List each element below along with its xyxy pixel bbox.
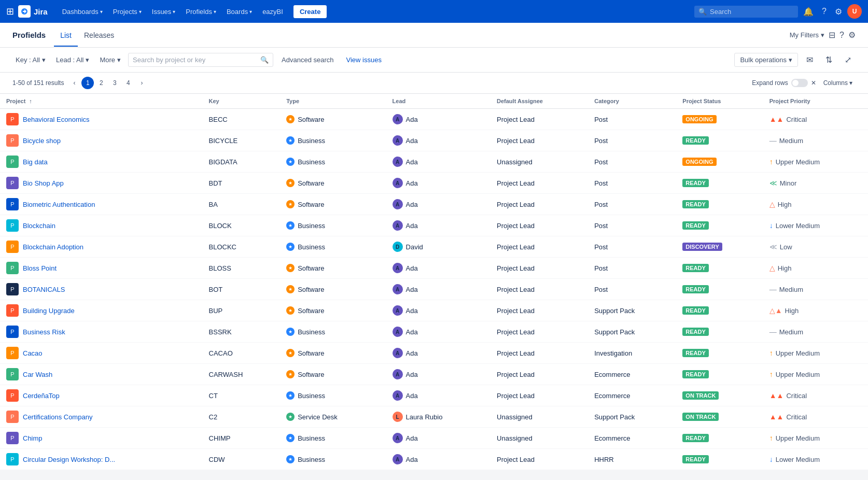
project-link[interactable]: Bio Shop App: [23, 179, 64, 187]
notifications-icon[interactable]: 🔔: [800, 5, 817, 19]
project-type-cell: ★ Software: [280, 173, 386, 194]
results-text: 1-50 of 151 results: [12, 79, 64, 87]
project-link[interactable]: Chimp: [23, 434, 43, 442]
project-link[interactable]: CerdeñaTop: [23, 392, 60, 400]
project-key-cell: BDT: [203, 173, 281, 194]
table-row: P Certifications Company C2 ★ Service De…: [0, 406, 868, 428]
project-category-cell: Post: [588, 194, 676, 215]
project-link[interactable]: Car Wash: [23, 371, 52, 378]
expand-icon[interactable]: ⤢: [841, 53, 856, 67]
help-icon[interactable]: ?: [819, 5, 830, 18]
views-icon[interactable]: ⊟: [829, 30, 835, 40]
eazybi-nav[interactable]: eazyBI: [258, 6, 287, 18]
nav-search[interactable]: 🔍: [694, 6, 798, 18]
priority-label: High: [785, 307, 799, 315]
project-category-cell: Ecommerce: [588, 364, 676, 385]
projects-nav[interactable]: Projects ▾: [109, 6, 146, 18]
key-filter-button[interactable]: Key : All ▾: [12, 54, 49, 66]
dashboards-nav[interactable]: Dashboards ▾: [58, 6, 107, 18]
grid-icon[interactable]: ⊞: [6, 6, 14, 17]
col-project[interactable]: Project ↑: [0, 94, 203, 109]
priority-icon: △▲: [769, 306, 782, 315]
project-search-input[interactable]: [133, 56, 257, 64]
columns-button[interactable]: Columns ▾: [820, 78, 856, 88]
project-icon: P: [6, 134, 19, 147]
project-key-cell: CHIMP: [203, 428, 281, 449]
project-link[interactable]: Certifications Company: [23, 413, 92, 421]
profields-nav[interactable]: Profields ▾: [181, 6, 220, 18]
create-button[interactable]: Create: [293, 5, 327, 18]
lead-filter-button[interactable]: Lead : All ▾: [53, 54, 93, 66]
search-input[interactable]: [710, 8, 788, 16]
project-link[interactable]: Bloss Point: [23, 264, 57, 272]
type-icon: ★: [286, 455, 295, 463]
tab-releases[interactable]: Releases: [78, 24, 120, 47]
project-link[interactable]: Biometric Authentication: [23, 201, 95, 208]
user-avatar[interactable]: U: [847, 4, 862, 19]
prev-page-button[interactable]: ‹: [68, 77, 80, 89]
view-issues-button[interactable]: View issues: [342, 54, 386, 66]
my-filters-button[interactable]: My Filters ▾: [790, 31, 824, 39]
expand-rows-toggle[interactable]: [791, 79, 808, 87]
project-link[interactable]: Building Upgrade: [23, 307, 75, 315]
lead-name: David: [406, 243, 423, 251]
more-filter-button[interactable]: More ▾: [96, 54, 124, 66]
priority-icon: ↓: [769, 221, 773, 230]
logo[interactable]: Jira: [18, 5, 48, 18]
type-label: Software: [298, 286, 324, 293]
type-icon: ★: [286, 158, 295, 166]
expand-rows-label: Expand rows: [752, 79, 788, 87]
project-lead-cell: A Ada: [386, 428, 491, 449]
project-link[interactable]: Behavioral Economics: [23, 116, 90, 123]
project-status-cell: READY: [676, 173, 763, 194]
project-icon: P: [6, 219, 19, 232]
type-icon: ★: [286, 370, 295, 378]
columns-label: Columns: [823, 79, 848, 87]
projects-table: Project ↑ Key Type Lead Default Assignee…: [0, 94, 868, 470]
settings2-icon[interactable]: ⚙: [848, 30, 856, 40]
advanced-search-button[interactable]: Advanced search: [277, 54, 338, 66]
settings-icon[interactable]: ⚙: [832, 5, 845, 19]
tab-list[interactable]: List: [54, 24, 78, 47]
type-icon: ★: [286, 221, 295, 230]
type-label: Business: [298, 222, 325, 230]
type-label: Software: [298, 179, 324, 187]
type-label: Software: [298, 116, 324, 123]
project-link[interactable]: Circular Design Workshop: D...: [23, 456, 115, 463]
project-type-cell: ★ Software: [280, 258, 386, 279]
project-link[interactable]: Bicycle shop: [23, 137, 61, 145]
sort-icon[interactable]: ⇅: [821, 53, 836, 67]
project-link[interactable]: Blockchain Adoption: [23, 243, 83, 251]
project-category-cell: Post: [588, 215, 676, 236]
project-link[interactable]: Business Risk: [23, 328, 65, 336]
status-badge: ONGOING: [682, 115, 716, 123]
email-icon[interactable]: ✉: [802, 53, 817, 67]
project-type-cell: ★ Software: [280, 279, 386, 300]
project-type-cell: ★ Software: [280, 300, 386, 321]
bulk-operations-button[interactable]: Bulk operations ▾: [734, 53, 798, 67]
project-icon: P: [6, 347, 19, 359]
project-link[interactable]: Blockchain: [23, 222, 55, 230]
page-title: Profields: [12, 31, 46, 39]
boards-nav[interactable]: Boards ▾: [222, 6, 256, 18]
page-3-button[interactable]: 3: [108, 77, 121, 89]
lead-name: Ada: [406, 137, 418, 145]
project-link[interactable]: BOTANICALS: [23, 286, 65, 293]
page-4-button[interactable]: 4: [122, 77, 134, 89]
project-assignee-cell: Project Lead: [491, 194, 588, 215]
help2-icon[interactable]: ?: [839, 31, 844, 40]
project-status-cell: READY: [676, 279, 763, 300]
project-search-box[interactable]: 🔍: [128, 53, 273, 67]
priority-icon: ▲▲: [769, 413, 784, 421]
issues-nav[interactable]: Issues ▾: [148, 6, 180, 18]
project-status-cell: READY: [676, 194, 763, 215]
next-page-button[interactable]: ›: [135, 77, 148, 89]
project-link[interactable]: Big data: [23, 158, 48, 166]
priority-label: Medium: [779, 137, 803, 145]
project-key-cell: BIGDATA: [203, 151, 281, 173]
project-link[interactable]: Cacao: [23, 349, 43, 357]
project-status-cell: READY: [676, 364, 763, 385]
page-1-button[interactable]: 1: [81, 77, 94, 89]
page-2-button[interactable]: 2: [95, 77, 107, 89]
priority-icon: ≪: [769, 179, 777, 187]
